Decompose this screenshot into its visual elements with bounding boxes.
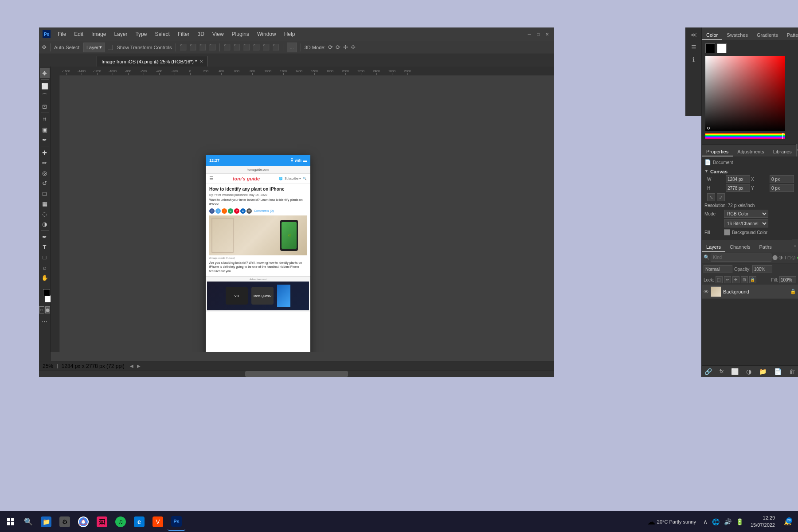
- 3d-orbit-icon[interactable]: ⟳: [328, 44, 333, 51]
- email-share[interactable]: ✉: [246, 208, 252, 214]
- fill-swatch[interactable]: [724, 229, 730, 235]
- layer-filter-type-icon[interactable]: ⬤: [772, 254, 778, 260]
- tab-adjustments[interactable]: Adjustments: [733, 148, 769, 156]
- taskbar-photoshop[interactable]: Ps: [168, 513, 185, 531]
- taskbar-settings[interactable]: ⚙: [56, 513, 74, 531]
- standard-mode[interactable]: □: [39, 306, 44, 313]
- delete-layer-btn[interactable]: 🗑: [789, 368, 795, 375]
- taskbar-search-button[interactable]: 🔍: [21, 515, 35, 529]
- menu-image[interactable]: Image: [88, 30, 110, 38]
- link-layers-btn[interactable]: 🔗: [704, 368, 712, 375]
- background-swatch[interactable]: [717, 43, 727, 53]
- menu-window[interactable]: Window: [254, 30, 280, 38]
- lock-artboard-btn[interactable]: ⊞: [741, 276, 748, 283]
- menu-layer[interactable]: Layer: [110, 30, 131, 38]
- resize-canvas-btn[interactable]: ⤡: [707, 193, 715, 201]
- menu-type[interactable]: Type: [132, 30, 150, 38]
- mode-dropdown[interactable]: RGB Color: [724, 210, 768, 218]
- text-tool[interactable]: T: [40, 242, 50, 252]
- collapse-panel-btn[interactable]: ≪: [688, 29, 699, 40]
- distribute-left-icon[interactable]: ⬛: [253, 44, 260, 51]
- lock-image-btn[interactable]: ✏: [724, 276, 731, 283]
- minimize-button[interactable]: ─: [526, 31, 533, 38]
- reddit-share[interactable]: r: [222, 208, 227, 214]
- layer-filter-smart-icon[interactable]: ◎: [791, 254, 796, 260]
- x-input[interactable]: [770, 175, 794, 183]
- tab-layers[interactable]: Layers: [702, 243, 725, 252]
- scroll-thumb-h[interactable]: [245, 371, 348, 377]
- blend-mode-input[interactable]: [704, 265, 732, 273]
- distribute-right-icon[interactable]: ⬛: [272, 44, 279, 51]
- taskbar-file-explorer[interactable]: 📁: [37, 513, 55, 531]
- tab-properties[interactable]: Properties: [702, 148, 733, 156]
- battery-tray-icon[interactable]: 🔋: [734, 518, 745, 525]
- shape-tool[interactable]: □: [40, 252, 50, 262]
- close-button[interactable]: ✕: [544, 31, 551, 38]
- new-layer-btn[interactable]: 📄: [774, 368, 782, 375]
- selection-tool[interactable]: ⬜: [40, 81, 50, 91]
- arrow-right[interactable]: ▶: [137, 364, 141, 368]
- menu-filter[interactable]: Filter: [174, 30, 193, 38]
- fill-input-layers[interactable]: [779, 276, 796, 283]
- menu-plugins[interactable]: Plugins: [228, 30, 253, 38]
- history-brush[interactable]: ↺: [40, 178, 50, 188]
- horizontal-scrollbar[interactable]: [39, 371, 554, 377]
- notification-button[interactable]: 🔔 20: [780, 515, 794, 529]
- layer-filter-shape-icon[interactable]: □: [788, 255, 791, 260]
- taskbar-edge[interactable]: e: [130, 513, 148, 531]
- speaker-icon[interactable]: 🔊: [722, 518, 733, 525]
- eyedropper-tool[interactable]: ✒: [40, 135, 50, 145]
- quick-mask-mode[interactable]: ⬤: [45, 306, 51, 313]
- panel-options-btn[interactable]: ☰: [688, 42, 699, 52]
- fx-btn[interactable]: fx: [720, 368, 724, 375]
- distribute-bottom-icon[interactable]: ⬛: [243, 44, 250, 51]
- taskbar-vuze[interactable]: V: [149, 513, 167, 531]
- color-gradient-picker[interactable]: [705, 56, 785, 131]
- facebook-share[interactable]: f: [209, 208, 215, 214]
- tab-patterns[interactable]: Patterns: [782, 31, 798, 40]
- 3d-walk-icon[interactable]: ✢: [343, 44, 348, 51]
- weather-widget[interactable]: ☁ 20°C Partly sunny: [644, 517, 700, 527]
- layer-dropdown[interactable]: Layer ▾: [83, 43, 106, 52]
- subscribe-btn[interactable]: Subscribe ▾: [285, 177, 301, 180]
- canvas-collapse-arrow[interactable]: ▼: [704, 169, 708, 173]
- menu-3d[interactable]: 3D: [194, 30, 207, 38]
- maximize-button[interactable]: □: [535, 31, 542, 38]
- menu-file[interactable]: File: [54, 30, 70, 38]
- pen-tool[interactable]: ✒: [40, 232, 50, 242]
- 3d-slide-icon[interactable]: ✢: [351, 44, 356, 51]
- props-panel-collapse[interactable]: ≡: [796, 144, 798, 156]
- document-tab-close[interactable]: ✕: [200, 59, 203, 64]
- align-center-h-icon[interactable]: ⬛: [189, 44, 196, 51]
- menu-help[interactable]: Help: [281, 30, 299, 38]
- distribute-center-h-icon[interactable]: ⬛: [262, 44, 270, 51]
- crop-tool[interactable]: ⌗: [40, 114, 50, 124]
- hand-tool[interactable]: ✋: [40, 273, 50, 282]
- whatsapp-share[interactable]: w: [228, 208, 233, 214]
- distribute-top-icon[interactable]: ⬛: [223, 44, 231, 51]
- transform-checkbox[interactable]: [108, 45, 113, 50]
- tab-gradients[interactable]: Gradients: [752, 31, 782, 40]
- eraser-tool[interactable]: ◻: [40, 188, 50, 198]
- width-input[interactable]: [726, 175, 750, 183]
- add-mask-btn[interactable]: ⬜: [731, 368, 739, 375]
- lock-transparent-btn[interactable]: ⬚: [716, 276, 723, 283]
- hue-slider[interactable]: [705, 133, 785, 139]
- distribute-center-v-icon[interactable]: ⬛: [233, 44, 240, 51]
- gradient-tool[interactable]: ▦: [40, 199, 50, 208]
- start-button[interactable]: [0, 511, 21, 532]
- menu-edit[interactable]: Edit: [70, 30, 87, 38]
- taskbar-photos[interactable]: 🖼: [93, 513, 111, 531]
- tab-paths[interactable]: Paths: [755, 243, 776, 252]
- bits-dropdown[interactable]: 16 Bits/Channel: [724, 219, 768, 227]
- opacity-input[interactable]: [752, 265, 772, 273]
- comments-link[interactable]: Comments (0): [254, 209, 274, 212]
- linkedin-share[interactable]: in: [240, 208, 246, 214]
- align-right-icon[interactable]: ⬛: [199, 44, 206, 51]
- layers-filter-input[interactable]: [711, 254, 771, 262]
- menu-select[interactable]: Select: [151, 30, 173, 38]
- lock-all-btn[interactable]: 🔒: [749, 276, 756, 283]
- layers-panel-collapse[interactable]: ≡: [792, 239, 798, 252]
- tab-color[interactable]: Color: [702, 31, 722, 40]
- zoom-tool[interactable]: ⌕: [40, 262, 50, 272]
